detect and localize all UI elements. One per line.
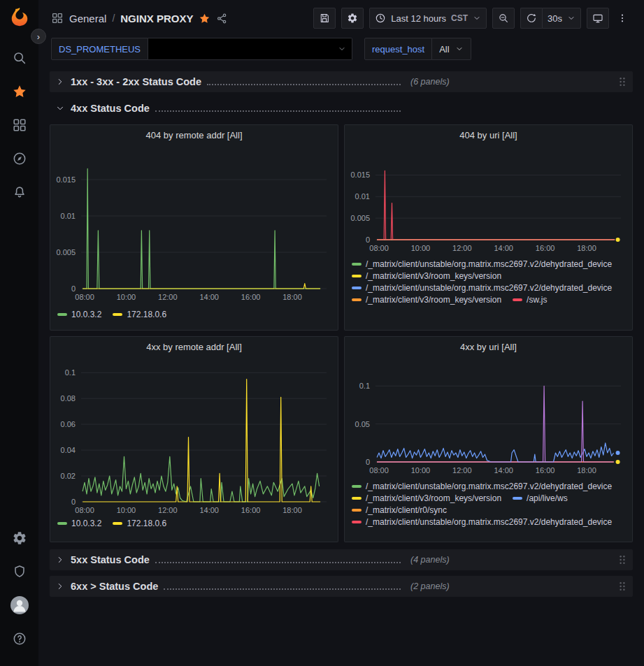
zoom-out-time-button[interactable] bbox=[492, 8, 515, 29]
save-dashboard-button[interactable] bbox=[313, 8, 336, 29]
time-series-chart[interactable]: 00.0050.010.01508:0010:0012:0014:0016:00… bbox=[345, 145, 631, 256]
dashboard-row-5xx[interactable]: 5xx Status Code (4 panels) bbox=[50, 549, 633, 570]
svg-text:0.1: 0.1 bbox=[359, 382, 370, 390]
datasource-value-select[interactable] bbox=[148, 38, 352, 60]
svg-text:14:00: 14:00 bbox=[494, 466, 513, 475]
legend-item[interactable]: /api/live/ws bbox=[513, 493, 568, 503]
refresh-button[interactable] bbox=[520, 8, 542, 29]
legend-item[interactable]: /sw.js bbox=[513, 295, 547, 305]
legend-item[interactable]: 10.0.3.2 bbox=[57, 519, 101, 528]
legend-item[interactable]: /_matrix/client/unstable/org.matrix.msc2… bbox=[352, 482, 612, 491]
row-drag-handle[interactable] bbox=[617, 76, 627, 87]
svg-text:12:00: 12:00 bbox=[158, 506, 178, 514]
legend-label: /_matrix/client/v3/room_keys/version bbox=[366, 493, 501, 503]
panel-title[interactable]: 404 by uri [All] bbox=[345, 125, 632, 145]
more-menu-button[interactable] bbox=[615, 8, 636, 29]
legend-item[interactable]: /_matrix/client/unstable/org.matrix.msc2… bbox=[352, 259, 612, 269]
row-title[interactable]: 1xx - 3xx - 2xx Status Code bbox=[71, 76, 201, 87]
tv-mode-button[interactable] bbox=[587, 8, 609, 29]
request-host-variable-label[interactable]: request_host bbox=[364, 38, 432, 60]
time-series-chart[interactable]: 00.050.108:0010:0012:0014:0016:0018:00 bbox=[345, 356, 631, 479]
legend-item[interactable]: /_matrix/client/v3/room_keys/version bbox=[352, 493, 501, 503]
sidebar-item-configuration[interactable] bbox=[6, 525, 33, 551]
row-drag-handle[interactable] bbox=[617, 554, 627, 565]
legend-swatch bbox=[352, 521, 362, 523]
panel-title[interactable]: 4xx by remote addr [All] bbox=[50, 337, 338, 356]
sidebar-collapse-button[interactable]: › bbox=[31, 29, 46, 44]
row-panel-count: (6 panels) bbox=[410, 77, 450, 87]
user-avatar[interactable] bbox=[6, 592, 33, 618]
dashboard-title[interactable]: NGINX PROXY bbox=[120, 13, 193, 24]
grafana-logo[interactable] bbox=[9, 6, 30, 29]
time-series-chart[interactable]: 00.020.040.060.080.108:0010:0012:0014:00… bbox=[50, 356, 336, 516]
share-icon[interactable] bbox=[216, 13, 228, 24]
request-host-value-select[interactable]: All bbox=[432, 38, 471, 60]
sidebar-item-alerting[interactable] bbox=[6, 179, 33, 205]
legend-swatch bbox=[57, 313, 67, 316]
chart-legend: /_matrix/client/unstable/org.matrix.msc2… bbox=[345, 479, 632, 530]
sidebar-item-starred[interactable] bbox=[6, 78, 33, 105]
legend-swatch bbox=[352, 298, 362, 301]
svg-text:10:00: 10:00 bbox=[411, 244, 431, 252]
row-title[interactable]: 6xx > Status Code bbox=[71, 581, 158, 592]
row-leader-dots bbox=[164, 582, 401, 590]
row-expand-icon[interactable] bbox=[55, 77, 65, 87]
legend-item[interactable]: 10.0.3.2 bbox=[57, 310, 101, 319]
panel-title[interactable]: 404 by remote addr [All] bbox=[50, 125, 338, 145]
sidebar-item-server-admin[interactable] bbox=[6, 558, 33, 585]
legend-label: 172.18.0.6 bbox=[127, 519, 166, 528]
datasource-variable-label[interactable]: DS_PROMETHEUS bbox=[51, 38, 148, 60]
svg-text:0.01: 0.01 bbox=[355, 192, 370, 201]
time-range-label: Last 12 hours bbox=[391, 13, 446, 24]
svg-text:18:00: 18:00 bbox=[282, 293, 302, 301]
favorite-star-icon[interactable] bbox=[199, 13, 210, 24]
dashboard-settings-button[interactable] bbox=[341, 8, 364, 29]
legend-item[interactable]: /_matrix/client/v3/room_keys/version bbox=[352, 295, 501, 305]
svg-text:0: 0 bbox=[366, 458, 370, 466]
legend-label: 10.0.3.2 bbox=[71, 519, 101, 528]
row-expand-icon[interactable] bbox=[55, 581, 65, 591]
legend-item[interactable]: /_matrix/client/unstable/org.matrix.msc2… bbox=[352, 517, 612, 527]
row-title[interactable]: 5xx Status Code bbox=[71, 554, 150, 565]
panel-title[interactable]: 4xx by uri [All] bbox=[345, 337, 632, 356]
legend-label: /sw.js bbox=[527, 295, 547, 305]
sidebar-item-dashboards[interactable] bbox=[6, 112, 33, 138]
row-expand-icon[interactable] bbox=[55, 555, 65, 565]
svg-text:14:00: 14:00 bbox=[199, 506, 219, 514]
sidebar bbox=[0, 0, 38, 666]
dashboard-row-4xx[interactable]: 4xx Status Code bbox=[50, 98, 633, 119]
zoom-out-icon bbox=[498, 13, 509, 24]
row-collapse-icon[interactable] bbox=[55, 103, 65, 113]
sidebar-item-help[interactable] bbox=[6, 625, 33, 652]
dashboard-row-6xx[interactable]: 6xx > Status Code (2 panels) bbox=[50, 576, 633, 597]
svg-text:0.1: 0.1 bbox=[65, 368, 76, 377]
legend-swatch bbox=[352, 263, 362, 266]
panel-4xx-by-remote-addr: 4xx by remote addr [All] 00.020.040.060.… bbox=[50, 336, 338, 542]
legend-swatch bbox=[352, 275, 362, 277]
variables-bar: DS_PROMETHEUS request_host All bbox=[38, 36, 644, 67]
legend-swatch bbox=[352, 497, 362, 500]
legend-item[interactable]: /_matrix/client/unstable/org.matrix.msc2… bbox=[352, 283, 612, 293]
request-host-value: All bbox=[439, 44, 449, 55]
sidebar-item-explore[interactable] bbox=[6, 145, 33, 172]
chevron-down-icon bbox=[338, 45, 346, 53]
legend-item[interactable]: /_matrix/client/v3/room_keys/version bbox=[352, 271, 501, 281]
row-title[interactable]: 4xx Status Code bbox=[71, 103, 150, 114]
svg-text:12:00: 12:00 bbox=[452, 466, 472, 475]
legend-label: /_matrix/client/unstable/org.matrix.msc2… bbox=[366, 482, 612, 491]
svg-text:18:00: 18:00 bbox=[577, 244, 596, 252]
legend-item[interactable]: /_matrix/client/r0/sync bbox=[352, 505, 447, 515]
legend-item[interactable]: 172.18.0.6 bbox=[113, 519, 166, 528]
dashboard-row-1xx-3xx-2xx[interactable]: 1xx - 3xx - 2xx Status Code (6 panels) bbox=[50, 71, 633, 92]
search-icon[interactable] bbox=[6, 45, 33, 71]
breadcrumb-section[interactable]: General bbox=[69, 13, 106, 24]
legend-item[interactable]: 172.18.0.6 bbox=[113, 310, 166, 319]
panel-404-by-uri: 404 by uri [All] 00.0050.010.01508:0010:… bbox=[344, 124, 633, 331]
svg-text:0: 0 bbox=[366, 236, 370, 244]
row-leader-dots bbox=[155, 104, 401, 112]
refresh-interval-dropdown[interactable]: 30s bbox=[542, 8, 581, 29]
time-series-chart[interactable]: 00.0050.010.01508:0010:0012:0014:0016:00… bbox=[50, 145, 336, 307]
time-range-picker[interactable]: Last 12 hours CST bbox=[369, 8, 487, 29]
svg-text:0.04: 0.04 bbox=[61, 446, 76, 454]
row-drag-handle[interactable] bbox=[617, 581, 627, 592]
